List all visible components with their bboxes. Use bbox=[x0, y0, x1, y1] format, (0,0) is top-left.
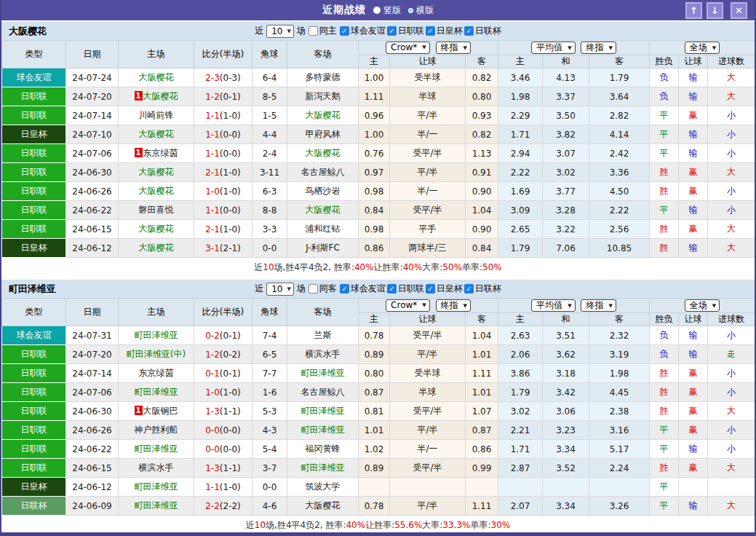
league-type-cell: 日职联 bbox=[2, 87, 66, 106]
crow-handicap: 半/一 bbox=[390, 440, 466, 459]
match-date: 24-06-15 bbox=[66, 459, 119, 478]
league-type-cell: 日职联 bbox=[2, 163, 66, 182]
avg-odds-home: 3.46 bbox=[498, 68, 543, 87]
avg-odds-away bbox=[589, 478, 650, 497]
avg-odds-away: 2.82 bbox=[589, 106, 650, 125]
result-wdl: 胜 bbox=[650, 220, 679, 239]
average-select[interactable]: 平均值▼ bbox=[531, 42, 575, 54]
recent-count-select[interactable]: 10▼ bbox=[266, 283, 294, 296]
avg-odds-draw: 3.02 bbox=[543, 163, 589, 182]
crow-handicap: 两球半/三 bbox=[390, 239, 466, 258]
score-cell: 0-0(0-0) bbox=[194, 421, 252, 440]
league-checkbox-0[interactable]: ✓球会友谊 bbox=[340, 283, 386, 295]
result-goals: 大 bbox=[708, 459, 755, 478]
col-header-date: 日期 bbox=[66, 41, 119, 68]
crow-odds-home: 0.86 bbox=[359, 239, 390, 258]
league-checkbox-2[interactable]: ✓日皇杯 bbox=[426, 283, 463, 295]
filter-bar: 近 10▼ 场 同客 ✓球会友谊✓日职联✓日皇杯✓日联杯 bbox=[255, 283, 501, 296]
scroll-down-button[interactable]: ↓ bbox=[707, 2, 723, 19]
league-type-cell: 日职联 bbox=[2, 144, 66, 163]
bookmaker-select[interactable]: Crow*▼ bbox=[386, 42, 430, 54]
sub-header-wdl: 胜负 bbox=[650, 55, 679, 68]
match-date: 24-07-06 bbox=[66, 383, 119, 402]
home-team: 町田泽维亚 bbox=[119, 326, 194, 345]
home-team: 町田泽维亚 bbox=[119, 440, 194, 459]
result-wdl: 负 bbox=[650, 345, 679, 364]
score-cell: 1-1(0-0) bbox=[194, 144, 252, 163]
same-home-checkbox[interactable]: 同主 bbox=[309, 25, 337, 37]
league-checkbox-2[interactable]: ✓日皇杯 bbox=[426, 25, 463, 37]
match-row: 日职联24-07-14东京绿茵0-1(0-1)7-7町田泽维亚0.80受半球1.… bbox=[2, 364, 755, 383]
odds-stage-select-2[interactable]: 终指▼ bbox=[581, 299, 616, 312]
avg-odds-draw: 4.13 bbox=[543, 68, 589, 87]
layout-radio-horizontal[interactable]: 横版 bbox=[408, 4, 434, 17]
score-cell: 2-3(0-3) bbox=[194, 68, 252, 87]
league-checkbox-3[interactable]: ✓日联杯 bbox=[464, 283, 501, 295]
col-header-home: 主场 bbox=[119, 299, 194, 326]
league-checkbox-3[interactable]: ✓日联杯 bbox=[464, 25, 501, 37]
same-away-checkbox[interactable]: 同客 bbox=[309, 283, 337, 295]
avg-odds-draw: 3.77 bbox=[543, 182, 589, 201]
bookmaker-select[interactable]: Crow*▼ bbox=[386, 299, 430, 312]
up-arrow-icon: ↑ bbox=[690, 5, 698, 16]
corner-score: 5-3 bbox=[252, 402, 287, 421]
avg-odds-home: 3.02 bbox=[498, 402, 543, 421]
sub-header-home-avg: 主 bbox=[498, 55, 543, 68]
crow-odds-away: 1.13 bbox=[466, 144, 498, 163]
scroll-up-button[interactable]: ↑ bbox=[685, 2, 702, 19]
fulltime-select[interactable]: 全场▼ bbox=[685, 299, 720, 312]
result-wdl: 平 bbox=[650, 201, 679, 220]
result-handicap: 输 bbox=[679, 345, 708, 364]
result-wdl: 平 bbox=[650, 478, 679, 497]
summary-stat-value: 40% bbox=[346, 520, 365, 530]
match-row: 日职联24-06-22町田泽维亚0-0(0-0)5-4福冈黄蜂1.02半/一0.… bbox=[2, 440, 755, 459]
league-checkbox-0[interactable]: ✓球会友谊 bbox=[340, 25, 386, 37]
result-goals: 大 bbox=[708, 220, 755, 239]
league-type-cell: 日职联 bbox=[2, 383, 66, 402]
sub-header-away-avg: 客 bbox=[589, 55, 650, 68]
fulltime-select[interactable]: 全场▼ bbox=[685, 42, 720, 54]
match-date: 24-06-26 bbox=[66, 182, 119, 201]
corner-score: 8-5 bbox=[252, 87, 287, 106]
match-date: 24-07-10 bbox=[66, 125, 119, 144]
chevron-down-icon: ▼ bbox=[422, 302, 426, 308]
chevron-down-icon: ▼ bbox=[712, 303, 716, 309]
league-type-cell: 日皇杯 bbox=[2, 478, 66, 497]
avg-odds-home: 2.21 bbox=[498, 421, 543, 440]
league-checkbox-1[interactable]: ✓日职联 bbox=[387, 25, 424, 37]
radio-selected-icon bbox=[373, 7, 381, 14]
match-date: 24-07-20 bbox=[66, 87, 119, 106]
home-team: 1东京绿茵 bbox=[119, 144, 194, 163]
crow-odds-home: 1.02 bbox=[359, 440, 390, 459]
near-label: 近 bbox=[255, 283, 263, 295]
sub-header-away: 客 bbox=[466, 55, 498, 68]
league-type-cell: 日职联 bbox=[2, 440, 66, 459]
away-team: 横滨水手 bbox=[287, 345, 359, 364]
average-select[interactable]: 平均值▼ bbox=[531, 299, 575, 312]
recent-count-select[interactable]: 10▼ bbox=[266, 25, 294, 38]
summary-text: 单率: bbox=[470, 519, 490, 532]
home-team: 町田泽维亚 bbox=[119, 383, 194, 402]
odds-stage-select[interactable]: 终指▼ bbox=[436, 299, 471, 312]
corner-score: 7-7 bbox=[252, 364, 287, 383]
match-row: 日职联24-07-201大阪樱花1-2(0-1)8-5新泻天鹅1.11半球0.8… bbox=[2, 87, 755, 106]
result-handicap: 输 bbox=[679, 68, 708, 87]
odds-stage-select-2[interactable]: 终指▼ bbox=[581, 42, 616, 54]
avg-odds-away: 3.16 bbox=[589, 421, 650, 440]
crow-odds-away: 0.84 bbox=[466, 239, 498, 258]
home-team: 大阪樱花 bbox=[119, 220, 194, 239]
home-team: 1大阪樱花 bbox=[119, 87, 194, 106]
layout-radio-vertical[interactable]: 竖版 bbox=[373, 4, 401, 17]
match-date: 24-07-06 bbox=[66, 144, 119, 163]
match-date: 24-06-12 bbox=[66, 478, 119, 497]
crow-odds-home: 0.87 bbox=[359, 383, 390, 402]
league-checkbox-1[interactable]: ✓日职联 bbox=[387, 283, 424, 295]
close-button[interactable]: ✕ bbox=[731, 2, 747, 19]
summary-stat-value: 40% bbox=[403, 262, 423, 272]
avg-odds-home: 1.69 bbox=[498, 182, 543, 201]
home-team: 东京绿茵 bbox=[119, 364, 194, 383]
odds-stage-select[interactable]: 终指▼ bbox=[436, 42, 471, 54]
col-header-type: 类型 bbox=[2, 299, 66, 326]
avg-odds-draw: 3.50 bbox=[543, 106, 589, 125]
summary-text: 近 bbox=[246, 519, 255, 532]
